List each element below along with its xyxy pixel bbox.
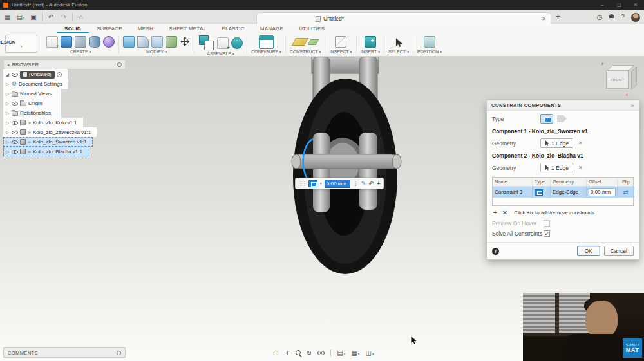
- clear-geometry2-icon[interactable]: ✕: [578, 165, 583, 171]
- expand-icon[interactable]: ▷: [5, 140, 10, 145]
- select-group-label[interactable]: SELECT▾: [388, 49, 409, 55]
- tab-close-icon[interactable]: ✕: [542, 16, 546, 22]
- browser-item-document-settings[interactable]: ▷ ⚙ Document Settings: [3, 79, 68, 89]
- press-pull-icon[interactable]: [123, 36, 135, 48]
- browser-item-relationships[interactable]: ▷ Relationships: [3, 108, 61, 118]
- expand-icon[interactable]: ◢: [5, 72, 10, 77]
- insert-icon[interactable]: [365, 36, 376, 48]
- tab-plastic[interactable]: PLASTIC: [214, 24, 252, 33]
- more-options-icon[interactable]: ⋮: [353, 180, 359, 187]
- help-icon[interactable]: ?: [621, 14, 625, 21]
- in-canvas-constraint-toolbar[interactable]: ⋮⋮ ▾ ⋮ ✎ ↶ +: [295, 178, 384, 189]
- notifications-bell-icon[interactable]: [609, 14, 614, 20]
- inspect-group-label[interactable]: INSPECT▾: [329, 49, 352, 55]
- create-group-label[interactable]: CREATE▾: [70, 49, 91, 55]
- joint-icon[interactable]: [231, 37, 243, 49]
- pan-icon[interactable]: ✛: [284, 349, 289, 356]
- construct-plane-icon[interactable]: [291, 38, 308, 46]
- fit-view-icon[interactable]: ⊡: [273, 349, 278, 356]
- assemble-group-label[interactable]: ASSEMBLE▾: [207, 51, 234, 57]
- viewcube-right-face[interactable]: [631, 66, 637, 90]
- info-icon[interactable]: i: [492, 248, 499, 255]
- home-view-icon[interactable]: ⌂: [75, 12, 88, 23]
- capture-position-icon[interactable]: [424, 36, 435, 48]
- expand-icon[interactable]: ▷: [5, 101, 10, 106]
- select-cursor-icon[interactable]: [394, 37, 403, 47]
- visibility-eye-icon[interactable]: [12, 129, 18, 135]
- dock-panel-icon[interactable]: »: [631, 102, 634, 109]
- expand-icon[interactable]: ▷: [5, 120, 10, 125]
- geometry2-selection-button[interactable]: 1 Edge: [540, 163, 573, 172]
- combine-icon[interactable]: [166, 36, 177, 48]
- maximize-icon[interactable]: ▢: [611, 2, 627, 8]
- add-constraint-icon[interactable]: +: [493, 209, 497, 216]
- constraint-offset-input[interactable]: [589, 188, 616, 196]
- expand-icon[interactable]: ▷: [5, 111, 10, 116]
- minimize-icon[interactable]: –: [594, 2, 611, 8]
- zoom-icon[interactable]: [296, 350, 301, 355]
- visibility-eye-icon[interactable]: [12, 149, 18, 154]
- tab-utilities[interactable]: UTILITIES: [291, 24, 332, 33]
- browser-item-component-sworzen[interactable]: ▷ ∞ Kolo_zlo_Sworzen v1:1: [3, 137, 93, 147]
- comments-panel[interactable]: COMMENTS: [3, 347, 126, 358]
- edit-constraint-icon[interactable]: ✎: [361, 180, 366, 187]
- constraint-flip-cell[interactable]: ⇄: [618, 187, 634, 198]
- app-menu-icon[interactable]: ▦: [1, 12, 14, 23]
- new-tab-icon[interactable]: +: [556, 12, 560, 21]
- browser-item-origin[interactable]: ▷ Origin: [3, 98, 61, 108]
- visibility-eye-icon[interactable]: [12, 71, 18, 77]
- drag-handle-icon[interactable]: ⋮⋮: [298, 181, 306, 187]
- tab-mesh[interactable]: MESH: [130, 24, 161, 33]
- browser-item-component-zawleczka[interactable]: ▷ ∞ Kolo_zlo_Zawleczka v1:1: [3, 127, 97, 137]
- ok-button[interactable]: OK: [577, 246, 600, 256]
- expand-icon[interactable]: ▷: [5, 130, 10, 135]
- insert-group-label[interactable]: INSERT▾: [361, 49, 380, 55]
- browser-header[interactable]: ◂ BROWSER: [3, 60, 126, 69]
- wheel-3d-model[interactable]: [283, 57, 412, 279]
- solve-all-checkbox[interactable]: ✓: [544, 230, 550, 237]
- comments-options-icon[interactable]: [117, 351, 121, 355]
- rigid-constraint-type-icon[interactable]: [540, 114, 553, 124]
- flip-icon[interactable]: ⇄: [620, 189, 632, 196]
- undo-icon[interactable]: ↶: [368, 180, 374, 187]
- geometry1-selection-button[interactable]: 1 Edge: [540, 138, 573, 148]
- constraint-type-icon[interactable]: [308, 180, 317, 187]
- browser-item-component-blacha[interactable]: ▷ ∞ Kolo_zlo_Blacha v1:1: [3, 147, 88, 156]
- box-icon[interactable]: [75, 36, 86, 48]
- orbit-icon[interactable]: ↻: [307, 349, 312, 356]
- remove-constraint-icon[interactable]: ✕: [502, 209, 507, 216]
- visibility-eye-icon[interactable]: [12, 120, 18, 125]
- assemble-new-component-icon[interactable]: [217, 37, 229, 49]
- document-tab[interactable]: Untitled* ✕: [256, 12, 551, 24]
- save-icon[interactable]: ▣: [27, 12, 40, 23]
- visibility-eye-icon[interactable]: [12, 100, 18, 106]
- display-settings-icon[interactable]: ▤▾: [337, 349, 345, 356]
- browser-item-component-kolo[interactable]: ▷ ∞ Kolo_zlo_Kolo v1:1: [3, 118, 83, 127]
- undo-icon[interactable]: ↶: [44, 12, 57, 23]
- extrude-icon[interactable]: [61, 36, 72, 48]
- offset-distance-input[interactable]: [325, 180, 350, 188]
- tab-solid[interactable]: SOLID: [57, 24, 89, 33]
- revolve-icon[interactable]: [89, 36, 100, 48]
- browser-collapse-icon[interactable]: ◂: [7, 62, 10, 68]
- fillet-icon[interactable]: [137, 36, 149, 48]
- constrain-components-icon[interactable]: [198, 35, 214, 51]
- modify-group-label[interactable]: MODIFY▾: [146, 49, 167, 55]
- expand-icon[interactable]: ▷: [5, 149, 10, 154]
- constraint-type-cell[interactable]: [533, 187, 551, 198]
- add-constraint-icon[interactable]: +: [377, 180, 381, 187]
- measure-icon[interactable]: [335, 36, 346, 48]
- construct-group-label[interactable]: CONSTRUCT▾: [290, 49, 321, 55]
- grid-snaps-icon[interactable]: ▦▾: [351, 349, 359, 356]
- browser-root-row[interactable]: ◢ (Unsaved): [3, 69, 68, 79]
- expand-icon[interactable]: ▷: [5, 82, 10, 87]
- preview-on-hover-checkbox[interactable]: [544, 220, 550, 227]
- dialog-header[interactable]: CONSTRAIN COMPONENTS »: [487, 100, 639, 111]
- move-copy-icon[interactable]: [180, 37, 190, 47]
- file-menu-icon[interactable]: ▤▾: [14, 12, 27, 23]
- position-group-label[interactable]: POSITION▾: [417, 49, 442, 55]
- constraint-type-dropdown-icon[interactable]: ▾: [320, 181, 322, 185]
- close-icon[interactable]: ✕: [627, 2, 644, 8]
- redo-icon[interactable]: ↷: [57, 12, 70, 23]
- expand-icon[interactable]: ▷: [5, 91, 10, 97]
